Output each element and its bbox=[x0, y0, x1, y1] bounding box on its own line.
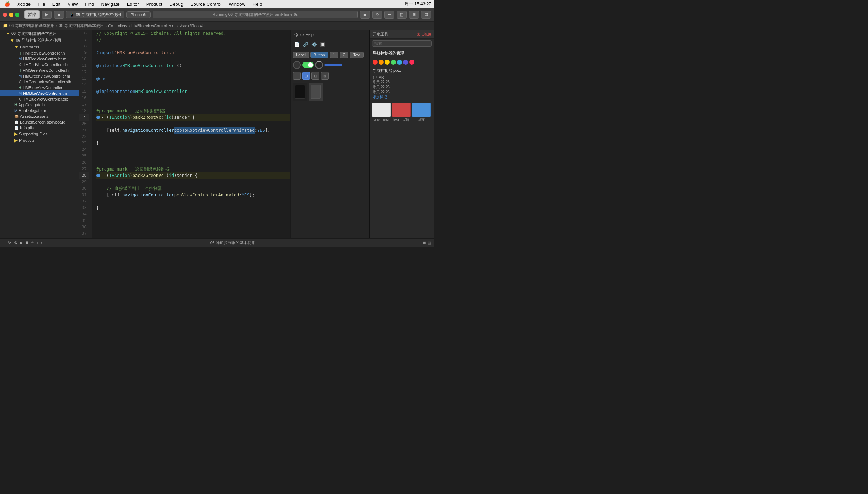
layout-btn1[interactable]: ☰ bbox=[360, 11, 370, 19]
sidebar-file-label: Info.plist bbox=[20, 126, 35, 130]
sidebar-file-assets[interactable]: 📦 Assets.xcassets bbox=[0, 113, 79, 119]
sidebar-file-hmblue-m[interactable]: M HMBlueViewController.m bbox=[0, 90, 79, 96]
search-input[interactable] bbox=[372, 40, 432, 47]
inspector-link-icon[interactable]: 🔗 bbox=[301, 41, 309, 48]
breadcrumb-part4[interactable]: HMBlueViewController.m bbox=[131, 24, 175, 28]
run-button[interactable]: ▶ bbox=[42, 11, 52, 19]
pause-step-btn[interactable]: ⏸ bbox=[25, 241, 29, 245]
stop-button[interactable]: ■ bbox=[54, 11, 64, 19]
xcode-menu[interactable]: Xcode bbox=[16, 1, 32, 7]
step-over-btn[interactable]: ↷ bbox=[31, 241, 34, 245]
sidebar-file-label: Assets.xcassets bbox=[20, 114, 49, 118]
help-menu[interactable]: Help bbox=[251, 1, 264, 7]
live-badge: 未…视频 bbox=[417, 32, 431, 37]
inspector-file-icon[interactable]: 📄 bbox=[293, 41, 301, 48]
layout-btn6[interactable]: ⊡ bbox=[421, 11, 431, 19]
product-menu[interactable]: Product bbox=[145, 1, 164, 7]
pause-button[interactable]: 暂停 bbox=[24, 10, 40, 19]
sidebar-group[interactable]: ▼ 06-导航控制器的基本使用 bbox=[0, 37, 79, 44]
toggle-widget[interactable] bbox=[302, 62, 314, 68]
sidebar-file-infoplist[interactable]: 📄 Info.plist bbox=[0, 125, 79, 131]
minimize-button[interactable] bbox=[9, 13, 13, 17]
maximize-button[interactable] bbox=[15, 13, 19, 17]
layout-btn5[interactable]: ⊞ bbox=[409, 11, 419, 19]
edit-menu[interactable]: Edit bbox=[51, 1, 62, 7]
knob-widget[interactable] bbox=[293, 61, 301, 69]
sidebar-file-hmred-h[interactable]: H HMRedViewController.h bbox=[0, 50, 79, 56]
debug-menu[interactable]: Debug bbox=[168, 1, 185, 7]
find-menu[interactable]: Find bbox=[83, 1, 95, 7]
grid-widget[interactable]: ⊠ bbox=[321, 72, 329, 80]
folder-icon: ▶ bbox=[14, 131, 18, 136]
debug-btn[interactable]: ⚙ bbox=[14, 241, 18, 245]
line-num-32: 32 bbox=[79, 198, 89, 205]
step-in-btn[interactable]: ↓ bbox=[36, 241, 38, 245]
file-thumb-snip[interactable]: snip....png bbox=[372, 103, 391, 122]
thumbnail-2[interactable] bbox=[309, 83, 323, 101]
file-menu[interactable]: File bbox=[36, 1, 47, 7]
bottom-add[interactable]: + bbox=[3, 241, 5, 245]
num1-chip[interactable]: 1 bbox=[330, 52, 338, 58]
navigate-menu[interactable]: Navigate bbox=[100, 1, 121, 7]
menu-time: 周一 15:43:27 bbox=[405, 1, 431, 7]
layout-btn4[interactable]: ◫ bbox=[397, 11, 407, 19]
file-thumb-ios[interactable]: ios1…试题 bbox=[392, 103, 411, 122]
sidebar-file-label: HMRedViewController.m bbox=[23, 57, 66, 61]
stepper-minus[interactable]: — bbox=[293, 72, 301, 80]
file-thumb-folder[interactable]: 桌面 bbox=[412, 103, 431, 122]
sidebar-supporting-files[interactable]: ▶ Supporting Files bbox=[0, 131, 79, 137]
step-out-btn[interactable]: ↑ bbox=[41, 241, 43, 245]
sidebar-file-label: HMRedViewController.xib bbox=[23, 62, 68, 67]
num2-chip[interactable]: 2 bbox=[340, 52, 348, 58]
code-line-23: } bbox=[96, 140, 290, 146]
color-dot-orange bbox=[379, 60, 384, 65]
sidebar-file-appdelegate-h[interactable]: H AppDelegate.h bbox=[0, 102, 79, 108]
text-chip[interactable]: Text bbox=[350, 52, 364, 58]
layout-btn3[interactable]: ↩ bbox=[384, 11, 394, 19]
sidebar-file-hmblue-xib[interactable]: X HMBlueViewController.xib bbox=[0, 96, 79, 102]
sidebar-products[interactable]: ▶ Products bbox=[0, 137, 79, 144]
apple-menu[interactable]: 🍎 bbox=[3, 1, 11, 7]
code-line-22 bbox=[96, 134, 290, 140]
sidebar-file-hmgreen-h[interactable]: H HMGreenViewController.h bbox=[0, 67, 79, 73]
breadcrumb-part3[interactable]: Controllers bbox=[108, 24, 127, 28]
bottom-reload[interactable]: ↻ bbox=[8, 241, 11, 245]
device-selector[interactable]: iPhone 6s bbox=[126, 11, 151, 18]
file-icon: H bbox=[14, 103, 17, 107]
table-widget[interactable]: ⊟ bbox=[311, 72, 319, 80]
button-chip[interactable]: Button bbox=[310, 52, 328, 58]
scheme-selector[interactable]: 📱 06-导航控制器的基本使用 bbox=[66, 11, 124, 18]
bottom-console-btn[interactable]: ▤ bbox=[428, 241, 431, 245]
breadcrumb-part2[interactable]: 06-导航控制器的基本使用 bbox=[59, 23, 104, 28]
close-button[interactable] bbox=[3, 13, 7, 17]
sidebar-file-launchscreen[interactable]: 📋 LaunchScreen.storyboard bbox=[0, 119, 79, 125]
add-tag-link[interactable]: 添加标记… bbox=[373, 95, 431, 100]
sidebar-file-hmred-xib[interactable]: X HMRedViewController.xib bbox=[0, 62, 79, 67]
sidebar-file-hmgreen-xib[interactable]: X HMGreenViewController.xib bbox=[0, 79, 79, 85]
sidebar-file-hmgreen-m[interactable]: M HMGreenViewController.m bbox=[0, 73, 79, 79]
code-content[interactable]: // Copyright © 2015+ itheima. All rights… bbox=[92, 30, 290, 238]
play-btn[interactable]: ▶ bbox=[20, 241, 23, 245]
source-control-menu[interactable]: Source Control bbox=[189, 1, 223, 7]
stepper-grid[interactable]: ⊞ bbox=[302, 72, 310, 80]
sidebar-root[interactable]: ▼ 06-导航控制器的基本使用 bbox=[0, 30, 79, 37]
line-num-38: 38 bbox=[79, 237, 89, 238]
inspector-layout-icon[interactable]: 🔲 bbox=[319, 41, 327, 48]
editor-menu[interactable]: Editor bbox=[125, 1, 140, 7]
slider-widget[interactable] bbox=[324, 64, 342, 66]
label-chip[interactable]: Label bbox=[293, 52, 309, 58]
sidebar-controllers[interactable]: ▼ Controllers bbox=[0, 44, 79, 50]
breadcrumb-part5[interactable]: -back2RootVc: bbox=[180, 24, 206, 28]
layout-btn2[interactable]: ⟳ bbox=[372, 11, 382, 19]
bottom-split-btn[interactable]: ⊞ bbox=[423, 241, 426, 245]
sidebar-file-hmred-m[interactable]: M HMRedViewController.m bbox=[0, 56, 79, 62]
code-editor[interactable]: 6 7 8 9 10 11 12 13 14 15 16 17 18 19 20… bbox=[79, 30, 290, 238]
code-line-28: - (IBAction)back2GreenVc:(id)sender { bbox=[96, 172, 290, 179]
sidebar-file-appdelegate-m[interactable]: M AppDelegate.m bbox=[0, 108, 79, 113]
window-menu[interactable]: Window bbox=[227, 1, 247, 7]
view-menu[interactable]: View bbox=[66, 1, 79, 7]
inspector-settings-icon[interactable]: ⚙️ bbox=[310, 41, 318, 48]
thumbnail-1[interactable] bbox=[293, 83, 307, 101]
breadcrumb-part1[interactable]: 06-导航控制器的基本使用 bbox=[9, 23, 55, 28]
sidebar-file-hmblue-h[interactable]: H HMBlueViewController.h bbox=[0, 85, 79, 90]
